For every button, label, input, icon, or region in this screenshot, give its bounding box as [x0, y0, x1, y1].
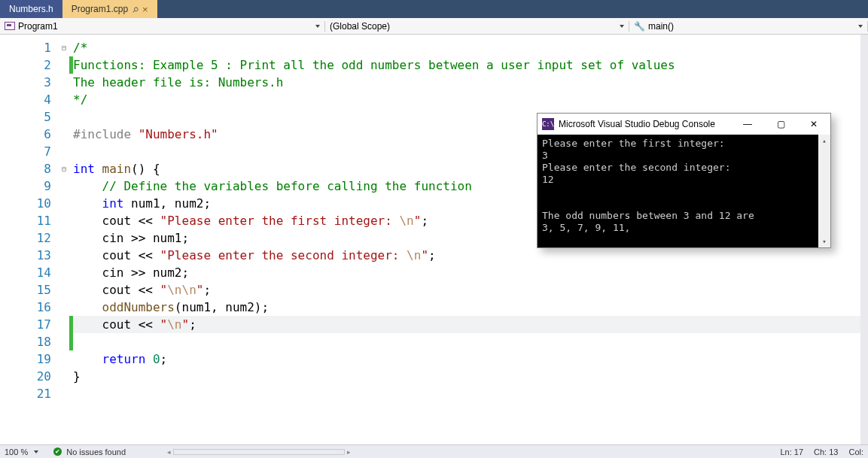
code-line[interactable] — [73, 333, 868, 350]
scroll-left-icon[interactable]: ◂ — [165, 448, 173, 456]
chevron-down-icon — [315, 25, 320, 28]
issues-text[interactable]: No issues found — [66, 447, 126, 456]
tab-label: Program1.cpp — [72, 4, 128, 14]
check-icon: ✔ — [53, 447, 62, 456]
console-titlebar[interactable]: C:\ Microsoft Visual Studio Debug Consol… — [538, 114, 830, 135]
file-tab-strip: Numbers.h Program1.cpp ⚲ × — [0, 0, 868, 18]
tab-label: Numbers.h — [9, 4, 53, 14]
console-title-text: Microsoft Visual Studio Debug Console — [559, 119, 715, 129]
navigation-bar: Program1 (Global Scope) 🔧 main() — [0, 18, 868, 35]
vertical-scrollbar[interactable] — [860, 35, 868, 444]
fold-column[interactable]: ⊟⊟ — [59, 35, 69, 444]
status-bar: 100 % ✔ No issues found ◂ ▸ Ln: 17 Ch: 1… — [0, 444, 868, 458]
code-line[interactable]: } — [73, 368, 868, 385]
console-icon: C:\ — [542, 118, 554, 130]
minimize-button[interactable]: — — [731, 114, 764, 135]
code-line[interactable]: return 0; — [73, 350, 868, 368]
member-label: main() — [648, 21, 674, 32]
horizontal-scrollbar[interactable]: ◂ ▸ — [165, 448, 353, 456]
chevron-down-icon — [858, 25, 863, 28]
scope-label: (Global Scope) — [330, 21, 390, 32]
scope-dropdown[interactable]: (Global Scope) — [325, 21, 629, 32]
debug-console-window[interactable]: C:\ Microsoft Visual Studio Debug Consol… — [537, 113, 831, 248]
cursor-line: Ln: 17 — [780, 447, 803, 456]
close-button[interactable]: ✕ — [797, 114, 830, 135]
line-number-gutter: 123456789101112131415161718192021 — [0, 35, 59, 444]
code-line[interactable]: cout << "\n"; — [73, 316, 868, 333]
zoom-level[interactable]: 100 % — [5, 447, 28, 456]
cursor-char: Ch: 13 — [814, 447, 838, 456]
close-icon[interactable]: × — [142, 4, 148, 15]
code-line[interactable]: /* — [73, 39, 868, 56]
console-scrollbar[interactable]: ▴ ▾ — [818, 135, 830, 247]
file-tab[interactable]: Numbers.h — [0, 0, 62, 18]
console-output[interactable]: Please enter the first integer: 3 Please… — [538, 135, 830, 247]
code-line[interactable]: */ — [73, 91, 868, 108]
code-line[interactable]: The header file is: Numbers.h — [73, 74, 868, 91]
pin-icon[interactable]: ⚲ — [130, 5, 140, 14]
maximize-button[interactable]: ▢ — [764, 114, 797, 135]
chevron-down-icon — [620, 25, 624, 28]
scroll-down-icon[interactable]: ▾ — [818, 235, 830, 247]
project-icon — [5, 22, 15, 30]
scroll-up-icon[interactable]: ▴ — [818, 135, 830, 147]
code-line[interactable]: cout << "\n\n"; — [73, 281, 868, 299]
code-line[interactable]: oddNumbers(num1, num2); — [73, 299, 868, 316]
scroll-right-icon[interactable]: ▸ — [345, 448, 353, 456]
cursor-col: Col: — [848, 447, 863, 456]
project-name: Program1 — [18, 21, 58, 32]
chevron-down-icon[interactable] — [34, 450, 38, 453]
code-line[interactable] — [73, 385, 868, 402]
project-dropdown[interactable]: Program1 — [0, 21, 325, 32]
member-dropdown[interactable]: 🔧 main() — [629, 21, 868, 32]
code-line[interactable]: Functions: Example 5 : Print all the odd… — [73, 56, 868, 74]
file-tab[interactable]: Program1.cpp ⚲ × — [62, 0, 157, 18]
wrench-icon: 🔧 — [634, 21, 645, 32]
